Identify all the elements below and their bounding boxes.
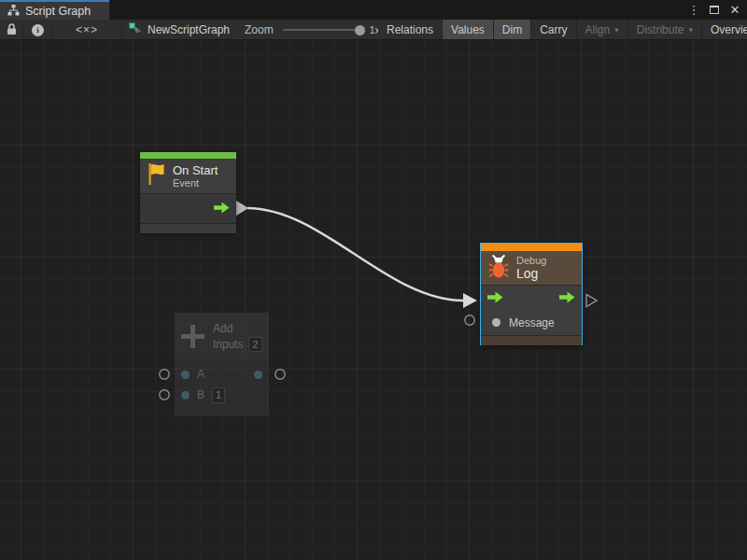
flag-icon — [148, 162, 165, 189]
chevron-down-icon: ▾ — [688, 25, 693, 35]
close-icon[interactable]: ✕ — [726, 2, 743, 19]
info-icon: i — [32, 24, 44, 36]
input-b-value-field[interactable]: 1 — [212, 387, 225, 403]
zoom-label: Zoom — [245, 23, 274, 36]
event-color-bar — [140, 152, 236, 159]
log-trigger-output-port[interactable] — [586, 295, 597, 307]
graph-toolbar: i <×> NewScriptGraph Zoom 1x Relation — [0, 20, 747, 40]
trigger-output-arrow-icon[interactable] — [214, 201, 230, 217]
wire-onstart-to-log[interactable] — [247, 208, 463, 301]
script-graph-window: Script Graph ⋮ ✕ i <×> — [0, 0, 747, 560]
align-dropdown[interactable]: Align ▾ — [577, 20, 628, 40]
graph-canvas[interactable]: On Start Event — [0, 40, 747, 560]
graph-name: NewScriptGraph — [148, 23, 230, 36]
sum-output-port[interactable] — [254, 371, 262, 379]
node-subtitle: Event — [173, 177, 218, 189]
input-b-label: B — [197, 388, 204, 401]
carry-button[interactable]: Carry — [531, 20, 576, 40]
zoom-slider-handle[interactable] — [355, 25, 365, 35]
inputs-label: Inputs — [213, 338, 244, 351]
kebab-menu-icon[interactable]: ⋮ — [685, 2, 702, 19]
chevron-down-icon: ▾ — [614, 25, 619, 35]
lock-icon — [7, 23, 17, 37]
distribute-dropdown[interactable]: Distribute ▾ — [628, 20, 702, 40]
tab-title: Script Graph — [25, 5, 91, 18]
plus-icon — [181, 325, 204, 348]
debug-color-bar — [481, 244, 582, 251]
wire-layer — [0, 40, 747, 560]
values-button[interactable]: Values — [443, 20, 494, 40]
info-button[interactable]: i — [24, 20, 52, 40]
dim-button[interactable]: Dim — [494, 20, 531, 40]
node-debug-log[interactable]: Debug Log Message — [480, 243, 583, 345]
node-on-start[interactable]: On Start Event — [140, 152, 236, 233]
message-input-port[interactable] — [492, 318, 500, 327]
message-port-label: Message — [509, 316, 555, 329]
code-icon: <×> — [76, 23, 98, 36]
trigger-input-arrow-icon[interactable] — [487, 290, 503, 307]
maximize-icon[interactable] — [706, 2, 723, 19]
lock-button[interactable] — [0, 20, 24, 40]
overview-button[interactable]: Overview — [702, 20, 747, 40]
input-a-label: A — [197, 368, 204, 381]
node-title: On Start — [173, 163, 218, 177]
tab-bar: Script Graph ⋮ ✕ — [0, 0, 747, 20]
input-b-port[interactable] — [181, 391, 190, 399]
node-title: Add — [213, 322, 262, 336]
bug-icon — [488, 254, 509, 283]
node-title: Log — [516, 267, 546, 281]
node-footer — [140, 224, 236, 233]
log-trigger-input-arrowhead — [463, 293, 477, 308]
tab-script-graph[interactable]: Script Graph — [0, 0, 109, 20]
onstart-trigger-output-port[interactable] — [236, 201, 248, 216]
node-footer — [481, 335, 582, 345]
add-b-port-ring[interactable] — [160, 390, 169, 399]
inputs-count-field[interactable]: 2 — [248, 337, 262, 352]
zoom-control: Zoom 1x — [245, 20, 380, 40]
add-output-port-ring[interactable] — [275, 370, 285, 379]
relations-button[interactable]: Relations — [378, 20, 443, 40]
trigger-output-arrow-icon[interactable] — [559, 290, 575, 307]
node-add[interactable]: Add Inputs 2 A B 1 — [175, 313, 269, 416]
script-graph-asset-icon — [129, 21, 142, 38]
zoom-slider[interactable] — [283, 29, 364, 31]
graph-hierarchy-icon — [7, 3, 20, 20]
code-view-button[interactable]: <×> — [52, 20, 122, 40]
input-a-port[interactable] — [181, 371, 190, 379]
log-message-port-ring[interactable] — [465, 315, 474, 325]
graph-reference[interactable]: NewScriptGraph — [129, 20, 230, 40]
add-a-port-ring[interactable] — [160, 370, 169, 379]
window-controls: ⋮ ✕ — [685, 0, 743, 20]
